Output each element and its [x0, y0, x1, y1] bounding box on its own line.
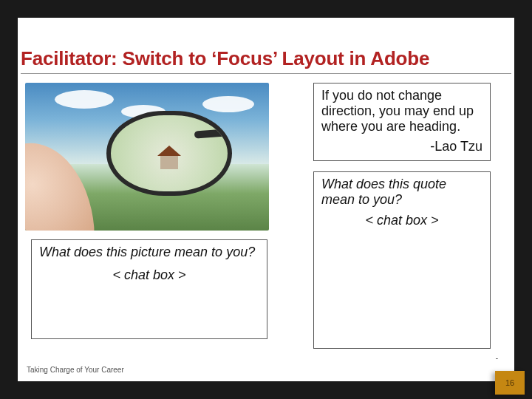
chat-placeholder: < chat box > — [39, 267, 259, 283]
prompt-question: What does this picture mean to you? — [39, 245, 259, 260]
focus-image — [25, 83, 269, 231]
page-number: 16 — [505, 378, 514, 387]
quote-attribution: -Lao Tzu — [321, 139, 482, 154]
prompt-question: What does this quote mean to you? — [321, 177, 482, 207]
page-number-badge: 16 — [495, 371, 525, 395]
page-tick: - — [496, 354, 498, 362]
footer-text: Taking Charge of Your Career — [27, 366, 124, 374]
eyeglass-lens — [106, 111, 232, 196]
chat-prompt-picture[interactable]: What does this picture mean to you? < ch… — [31, 239, 267, 339]
slide: Facilitator: Switch to ‘Focus’ Layout in… — [0, 0, 532, 399]
slide-title: Facilitator: Switch to ‘Focus’ Layout in… — [21, 47, 511, 74]
cloud — [202, 96, 254, 112]
quote-text: If you do not change direction, you may … — [321, 88, 474, 134]
cloud — [55, 90, 114, 109]
chat-prompt-quote[interactable]: What does this quote mean to you? < chat… — [313, 171, 491, 349]
house-icon — [157, 146, 181, 169]
quote-box: If you do not change direction, you may … — [313, 83, 491, 161]
chat-placeholder: < chat box > — [321, 213, 482, 228]
